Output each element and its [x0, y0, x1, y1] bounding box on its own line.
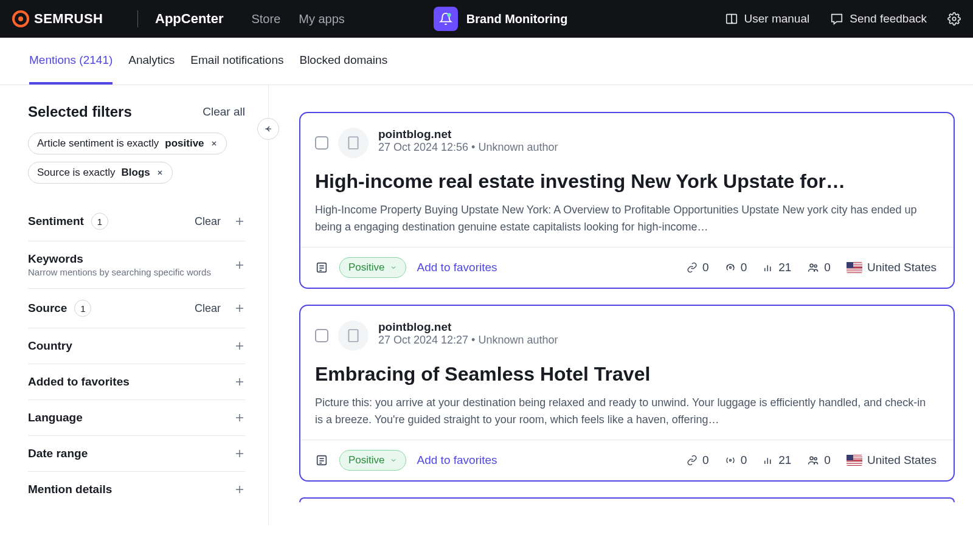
signal-icon	[725, 262, 736, 273]
link-icon	[687, 455, 698, 466]
plus-icon[interactable]	[234, 340, 245, 351]
link-icon	[687, 262, 698, 273]
source-avatar	[338, 320, 369, 351]
mentions-list: pointblog.net 27 Oct 2024 12:56 • Unknow…	[269, 85, 973, 525]
send-feedback-link[interactable]: Send feedback	[830, 12, 927, 26]
filter-country[interactable]: Country	[28, 328, 245, 364]
svg-point-7	[952, 17, 956, 21]
svg-point-23	[810, 264, 813, 267]
plus-icon[interactable]	[234, 376, 245, 387]
chip-sentiment-value: positive	[165, 137, 204, 150]
sentiment-label: Positive	[348, 261, 385, 274]
chip-sentiment-prefix: Article sentiment is exactly	[37, 137, 159, 150]
chip-source-prefix: Source is exactly	[37, 167, 116, 179]
notes-icon[interactable]	[315, 261, 328, 274]
filter-sentiment[interactable]: Sentiment 1 Clear	[28, 202, 245, 241]
tab-blocked-domains[interactable]: Blocked domains	[299, 38, 387, 85]
plus-icon[interactable]	[234, 448, 245, 459]
close-icon[interactable]	[156, 169, 164, 176]
filter-sentiment-clear[interactable]: Clear	[195, 215, 221, 228]
svg-point-40	[810, 457, 813, 460]
us-flag-icon	[847, 262, 862, 273]
people-icon	[807, 454, 819, 466]
add-favorites-button[interactable]: Add to favorites	[417, 454, 497, 467]
stat-rank: 21	[763, 261, 791, 274]
stat-audience: 0	[807, 261, 831, 274]
sentiment-badge[interactable]: Positive	[339, 450, 406, 471]
selected-filters-title: Selected filters	[28, 103, 132, 120]
svg-rect-25	[348, 330, 358, 342]
tabs: Mentions (2141) Analytics Email notifica…	[0, 38, 973, 85]
sentiment-badge[interactable]: Positive	[339, 257, 406, 278]
filter-daterange[interactable]: Date range	[28, 435, 245, 471]
select-checkbox[interactable]	[315, 136, 328, 150]
appcenter-label[interactable]: AppCenter	[155, 11, 223, 27]
stat-backlinks: 0	[687, 261, 709, 274]
plus-icon[interactable]	[234, 303, 245, 314]
add-favorites-button[interactable]: Add to favorites	[417, 261, 497, 274]
filter-source-count: 1	[74, 300, 91, 317]
stat-backlinks: 0	[687, 454, 709, 467]
filter-source[interactable]: Source 1 Clear	[28, 288, 245, 328]
filter-sentiment-label: Sentiment	[28, 215, 84, 228]
user-manual-label: User manual	[744, 12, 810, 26]
header-bar: SEMRUSH AppCenter Store My apps Brand Mo…	[0, 0, 973, 38]
app-title: Brand Monitoring	[466, 12, 568, 26]
filter-details-label: Mention details	[28, 483, 112, 496]
people-icon	[807, 261, 819, 274]
barchart-icon	[763, 262, 774, 273]
mention-meta: 27 Oct 2024 12:27 • Unknown author	[378, 334, 558, 347]
tab-analytics[interactable]: Analytics	[128, 38, 175, 85]
main: Selected filters Clear all Article senti…	[0, 85, 973, 525]
stat-reach: 0	[725, 261, 747, 274]
notes-icon[interactable]	[315, 454, 328, 467]
send-feedback-label: Send feedback	[850, 12, 927, 26]
chat-icon	[830, 12, 843, 26]
signal-icon	[725, 455, 736, 466]
plus-icon[interactable]	[234, 260, 245, 271]
mention-card[interactable]: pointblog.net 27 Oct 2024 12:56 • Unknow…	[299, 112, 955, 289]
filter-favorites-label: Added to favorites	[28, 375, 130, 389]
user-manual-link[interactable]: User manual	[725, 12, 810, 26]
logo-group: SEMRUSH AppCenter	[12, 10, 223, 27]
svg-point-36	[729, 459, 731, 461]
source-name[interactable]: pointblog.net	[378, 320, 558, 334]
nav-store[interactable]: Store	[251, 12, 280, 26]
tab-email-notifications[interactable]: Email notifications	[190, 38, 283, 85]
plus-icon[interactable]	[234, 412, 245, 423]
collapse-sidebar-button[interactable]	[257, 118, 279, 140]
svg-rect-8	[348, 137, 358, 149]
nav-myapps[interactable]: My apps	[299, 12, 345, 26]
filters-sidebar: Selected filters Clear all Article senti…	[0, 85, 269, 525]
stat-reach: 0	[725, 454, 747, 467]
filter-language[interactable]: Language	[28, 399, 245, 435]
mention-card[interactable]: pointblog.net 27 Oct 2024 12:27 • Unknow…	[299, 305, 955, 482]
header-links: Store My apps	[251, 12, 344, 26]
svg-point-1	[18, 16, 23, 21]
filter-keywords[interactable]: Keywords Narrow mentions by searching sp…	[28, 241, 245, 288]
filter-favorites[interactable]: Added to favorites	[28, 364, 245, 399]
mention-title[interactable]: Embracing of Seamless Hotel Travel	[315, 362, 937, 386]
gear-icon[interactable]	[947, 12, 961, 26]
barchart-icon	[763, 455, 774, 466]
clear-all-button[interactable]: Clear all	[203, 105, 245, 119]
filter-details[interactable]: Mention details	[28, 471, 245, 507]
mention-meta: 27 Oct 2024 12:56 • Unknown author	[378, 141, 558, 154]
app-identity: Brand Monitoring	[434, 7, 568, 31]
close-icon[interactable]	[210, 140, 218, 147]
source-name[interactable]: pointblog.net	[378, 128, 558, 141]
chip-sentiment[interactable]: Article sentiment is exactly positive	[28, 133, 227, 154]
plus-icon[interactable]	[234, 216, 245, 227]
select-checkbox[interactable]	[315, 329, 328, 342]
filter-daterange-label: Date range	[28, 447, 88, 460]
book-icon	[725, 12, 738, 26]
svg-text:SEMRUSH: SEMRUSH	[34, 11, 103, 26]
tab-mentions[interactable]: Mentions (2141)	[29, 38, 113, 85]
source-avatar	[338, 128, 369, 158]
semrush-logo-icon: SEMRUSH	[12, 10, 122, 27]
plus-icon[interactable]	[234, 484, 245, 495]
mention-title[interactable]: High-income real estate investing New Yo…	[315, 169, 937, 193]
us-flag-icon	[847, 455, 862, 466]
chip-source[interactable]: Source is exactly Blogs	[28, 162, 173, 184]
filter-source-clear[interactable]: Clear	[195, 302, 221, 315]
